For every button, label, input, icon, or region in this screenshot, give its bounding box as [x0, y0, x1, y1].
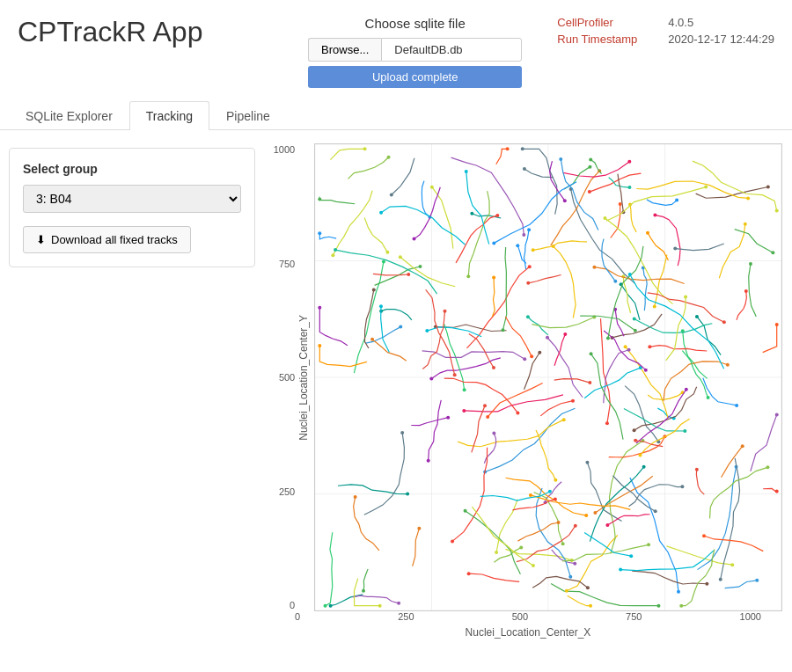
upload-status: Upload complete [308, 66, 522, 88]
browse-button[interactable]: Browse... [308, 38, 381, 62]
file-name-display: DefaultDB.db [381, 38, 522, 62]
select-group-label: Select group [23, 162, 241, 176]
file-chooser-label: Choose sqlite file [365, 16, 466, 31]
download-all-button[interactable]: ⬇ Download all fixed tracks [23, 226, 191, 253]
download-label: Download all fixed tracks [51, 233, 178, 246]
chart-area: 1000 750 500 250 0 Nuclei_Location_Cente… [273, 143, 783, 639]
sidebar-panel: Select group 1: B01 2: B02 3: B04 4: B05… [9, 148, 255, 267]
download-icon: ⬇ [36, 233, 46, 246]
group-select[interactable]: 1: B01 2: B02 3: B04 4: B05 [23, 185, 241, 213]
x-axis-label: Nuclei_Location_Center_X [466, 626, 591, 639]
y-axis-label: Nuclei_Location_Center_Y [297, 315, 310, 441]
tab-bar: SQLite Explorer Tracking Pipeline [0, 101, 792, 130]
app-title: CPTrackR App [18, 16, 202, 48]
meta-val-timestamp: 2020-12-17 12:44:29 [668, 33, 774, 46]
tab-sqlite-explorer[interactable]: SQLite Explorer [9, 101, 129, 130]
y-axis-ticks: 1000 750 500 250 0 [274, 144, 295, 610]
tab-tracking[interactable]: Tracking [129, 101, 209, 130]
meta-key-cellprofiler: CellProfiler [557, 16, 654, 29]
meta-info: CellProfiler 4.0.5 Run Timestamp 2020-12… [557, 16, 774, 46]
x-axis-ticks: 0 250 500 750 1000 [295, 611, 761, 622]
meta-key-timestamp: Run Timestamp [557, 33, 654, 46]
track-canvas [314, 143, 782, 611]
meta-val-cellprofiler: 4.0.5 [668, 16, 693, 29]
plot-area [314, 143, 782, 611]
file-chooser-section: Choose sqlite file Browse... DefaultDB.d… [308, 16, 522, 88]
tab-pipeline[interactable]: Pipeline [209, 101, 287, 130]
